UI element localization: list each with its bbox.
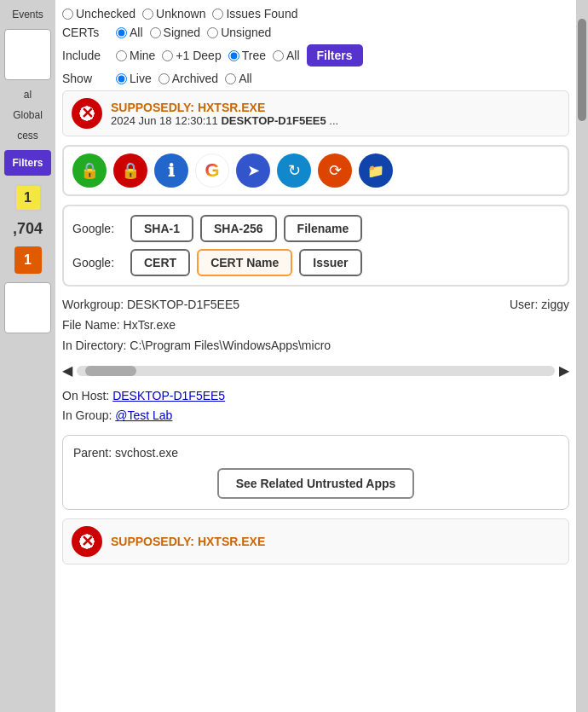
- certs-all[interactable]: All: [116, 26, 143, 39]
- radio-include-tree[interactable]: [228, 50, 239, 61]
- radio-issues-found[interactable]: [212, 9, 223, 20]
- host-link[interactable]: DESKTOP-D1F5EE5: [112, 389, 225, 402]
- label-certs-all: All: [130, 26, 143, 39]
- label-unchecked: Unchecked: [76, 7, 135, 20]
- label-include-all: All: [286, 49, 300, 62]
- cert-name-button[interactable]: CERT Name: [197, 249, 292, 276]
- scroll-right-arrow[interactable]: ▶: [559, 359, 569, 382]
- sha256-button[interactable]: SHA-256: [200, 215, 277, 242]
- workgroup-line: Workgroup: DESKTOP-D1F5EE5 User: ziggy: [62, 295, 569, 315]
- host-line: On Host: DESKTOP-D1F5EE5: [62, 386, 569, 407]
- bottom-alert-card[interactable]: ✕ SUPPOSEDLY: HXTSR.EXE: [62, 518, 569, 564]
- sidebar-filters-button[interactable]: Filters: [4, 150, 51, 176]
- sidebar-count: ,704: [13, 220, 43, 238]
- certs-unsigned[interactable]: Unsigned: [207, 26, 271, 39]
- workgroup-text: Workgroup: DESKTOP-D1F5EE5: [62, 295, 239, 315]
- radio-unchecked[interactable]: [62, 9, 73, 20]
- on-host-text: On Host:: [62, 389, 109, 402]
- user-text: User: ziggy: [510, 295, 569, 315]
- filter-issues-found[interactable]: Issues Found: [212, 7, 297, 20]
- filter-row-show: Show Live Archived All: [62, 72, 569, 85]
- filter-row-include: Include Mine +1 Deep Tree All Filters: [62, 44, 569, 67]
- green-lock-icon[interactable]: 🔒: [72, 153, 107, 188]
- scroll-left-arrow[interactable]: ◀: [62, 359, 72, 382]
- alert-datetime: 2024 Jun 18 12:30:11: [111, 114, 218, 127]
- include-mine[interactable]: Mine: [116, 49, 155, 62]
- parent-label: Parent: svchost.exe: [73, 446, 558, 460]
- related-apps-box: Parent: svchost.exe See Related Untruste…: [62, 435, 569, 510]
- show-live[interactable]: Live: [116, 72, 152, 85]
- orange-arrows-icon[interactable]: ⟳: [318, 153, 352, 188]
- icon-bar: 🔒 🔒 ℹ G ➤ ↻ ⟳: [62, 145, 569, 196]
- directory-text: In Directory: C:\Program Files\WindowsAp…: [62, 339, 331, 352]
- sidebar: Events al Global cess Filters 1 ,704 1: [0, 0, 55, 712]
- label-include-1deep: +1 Deep: [176, 49, 221, 62]
- radio-show-live[interactable]: [116, 73, 127, 84]
- certs-signed[interactable]: Signed: [150, 26, 201, 39]
- show-all[interactable]: All: [225, 72, 252, 85]
- cert-button[interactable]: CERT: [130, 249, 190, 276]
- scroll-track[interactable]: [77, 366, 555, 376]
- alert-host: DESKTOP-D1F5EE5: [221, 114, 326, 127]
- filename-line: File Name: HxTsr.exe: [62, 315, 569, 336]
- label-show-all: All: [239, 72, 252, 85]
- button-row-1: Google: SHA-1 SHA-256 Filename: [72, 215, 559, 242]
- button-grid: Google: SHA-1 SHA-256 Filename Google: C…: [62, 205, 569, 287]
- label-include-mine: Mine: [130, 49, 155, 62]
- directory-line: In Directory: C:\Program Files\WindowsAp…: [62, 336, 569, 356]
- filename-button[interactable]: Filename: [284, 215, 363, 242]
- radio-unknown[interactable]: [142, 9, 153, 20]
- arrow-icon[interactable]: ➤: [236, 153, 270, 188]
- alert-title: SUPPOSEDLY: HXTSR.EXE: [111, 101, 338, 114]
- radio-include-1deep[interactable]: [162, 50, 173, 61]
- right-scrollbar[interactable]: [576, 0, 588, 712]
- folder-icon[interactable]: 📁: [359, 153, 393, 188]
- radio-show-all[interactable]: [225, 73, 236, 84]
- see-related-button[interactable]: See Related Untrusted Apps: [217, 468, 415, 499]
- alert-x-icon: ✕: [72, 98, 102, 129]
- label-unknown: Unknown: [156, 7, 205, 20]
- scroll-indicator[interactable]: ◀ ▶: [62, 359, 569, 382]
- radio-certs-unsigned[interactable]: [207, 27, 218, 38]
- sidebar-global-label: Global: [13, 109, 43, 121]
- sidebar-events-label: Events: [12, 9, 43, 20]
- group-line: In Group: @Test Lab: [62, 406, 569, 426]
- refresh-blue-icon[interactable]: ↻: [277, 153, 311, 188]
- include-tree[interactable]: Tree: [228, 49, 266, 62]
- right-scroll-thumb[interactable]: [578, 19, 586, 121]
- show-archived[interactable]: Archived: [159, 72, 218, 85]
- alert-card[interactable]: ✕ SUPPOSEDLY: HXTSR.EXE 2024 Jun 18 12:3…: [62, 90, 569, 136]
- sidebar-badge-orange: 1: [14, 246, 42, 274]
- issuer-button[interactable]: Issuer: [299, 249, 361, 276]
- label-include-tree: Tree: [242, 49, 266, 62]
- label-show-archived: Archived: [172, 72, 218, 85]
- label-certs-unsigned: Unsigned: [221, 26, 271, 39]
- group-link[interactable]: @Test Lab: [115, 408, 172, 422]
- alert-subtitle: 2024 Jun 18 12:30:11 DESKTOP-D1F5EE5 ...: [111, 114, 338, 127]
- radio-show-archived[interactable]: [159, 73, 170, 84]
- sidebar-badge-yellow: 1: [14, 184, 42, 211]
- bottom-alert-icon: ✕: [72, 526, 102, 557]
- include-1deep[interactable]: +1 Deep: [162, 49, 221, 62]
- red-lock-icon[interactable]: 🔒: [113, 153, 147, 188]
- filter-row-certs: CERTs All Signed Unsigned: [62, 26, 569, 39]
- scroll-thumb: [85, 366, 136, 376]
- google-icon[interactable]: G: [195, 153, 229, 188]
- info-icon[interactable]: ℹ: [154, 153, 188, 188]
- filter-row-1: Unchecked Unknown Issues Found: [62, 7, 569, 20]
- include-all[interactable]: All: [273, 49, 300, 62]
- include-label: Include: [62, 49, 109, 62]
- label-issues-found: Issues Found: [226, 7, 297, 20]
- sidebar-box-2: [4, 282, 51, 333]
- filters-button[interactable]: Filters: [307, 44, 363, 67]
- filter-unchecked[interactable]: Unchecked: [62, 7, 135, 20]
- radio-certs-signed[interactable]: [150, 27, 161, 38]
- filter-unknown[interactable]: Unknown: [142, 7, 205, 20]
- sidebar-cess-label: cess: [17, 130, 38, 142]
- radio-include-mine[interactable]: [116, 50, 127, 61]
- sha1-button[interactable]: SHA-1: [130, 215, 193, 242]
- filename-text: File Name: HxTsr.exe: [62, 318, 176, 332]
- grid-label-2: Google:: [72, 256, 124, 269]
- radio-certs-all[interactable]: [116, 27, 127, 38]
- radio-include-all[interactable]: [273, 50, 284, 61]
